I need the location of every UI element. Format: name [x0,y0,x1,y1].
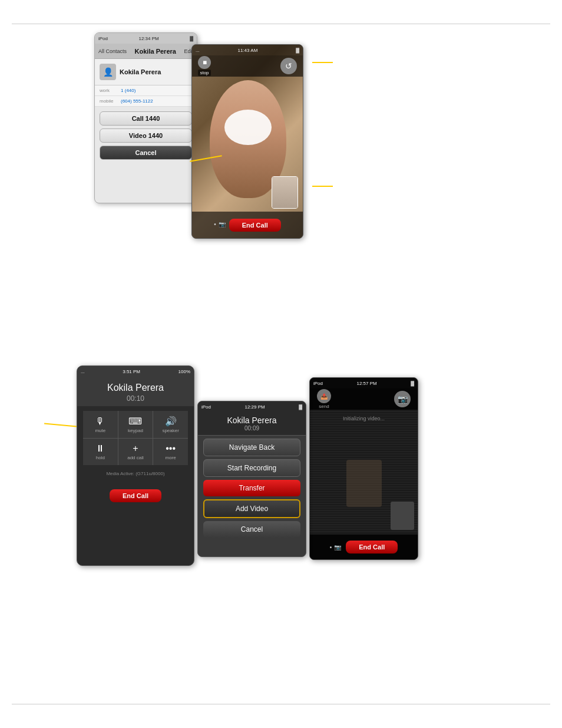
bottom-divider [12,704,550,704]
video2-battery: ▓ [411,381,414,386]
add-call-button[interactable]: + add call [118,439,153,465]
video-status-left: ... [196,48,200,53]
row2-screenshots: ... 3:51 PM 100% Kokila Perera 00:10 🎙 m… [77,365,418,566]
navigate-back-button[interactable]: Navigate Back [203,439,300,456]
video2-status-center: 12:57 PM [356,381,376,386]
add-video-button[interactable]: Add Video [203,499,300,518]
start-recording-button[interactable]: Start Recording [203,459,300,477]
annotation-flip-camera [303,61,303,62]
video2-top-controls: 📤 send 📷 [310,388,418,410]
send-label: send [319,404,329,409]
call-1440-button[interactable]: Call 1440 [100,111,192,126]
back-link[interactable]: All Contacts [98,48,127,54]
mobile-value[interactable]: (604) 555-1122 [121,98,153,104]
end-call-button[interactable]: End Call [229,219,281,232]
mm-duration: 00:09 [198,425,306,431]
more-button[interactable]: ••• more [153,439,188,465]
transfer-button[interactable]: Transfer [203,480,300,496]
call-end-button[interactable]: End Call [110,489,161,502]
mm-status-left: iPod [201,404,211,410]
video-status-bar: ... 11:43 AM ▓ [192,45,303,55]
work-label: work [100,88,118,93]
video-battery: ▓ [296,48,299,53]
add-call-icon: + [133,443,138,454]
more-cancel-button[interactable]: Cancel [203,521,300,538]
call-status-left: ... [81,369,85,374]
hold-icon: ⏸ [95,443,105,454]
video2-bottom-controls: • 📷 End Call [310,535,418,559]
keypad-button[interactable]: ⌨ keypad [118,411,153,438]
video-init-screen: iPod 12:57 PM ▓ 📤 send 📷 Initializing vi… [309,377,418,560]
hold-button[interactable]: ⏸ hold [83,439,118,465]
call-status-bar: ... 3:51 PM 100% [77,366,194,377]
selfview2 [391,502,414,530]
status-left: iPod [98,36,108,41]
nav-title: Kokila Perera [135,48,176,55]
mobile-field: mobile (604) 555-1122 [95,96,197,107]
mute-icon: 🎙 [95,416,105,427]
mobile-label: mobile [100,98,118,104]
contact-status-bar: iPod 12:34 PM ▓ [95,33,197,44]
call-bottom-area: End Call [77,483,194,508]
mm-status-bar: iPod 12:29 PM ▓ [198,401,306,412]
video-bottom-controls: • 📷 End Call [192,212,303,238]
caller-name: Kokila Perera [77,383,194,393]
keypad-icon: ⌨ [128,416,142,427]
call-battery: 100% [178,369,190,374]
speaker-icon: 🔊 [165,416,177,427]
send-button-area[interactable]: 📤 send [317,389,331,409]
annotation-mid-right [312,186,333,187]
battery-icon: ▓ [190,36,193,41]
mm-status-center: 12:29 PM [244,404,265,410]
stop-record-icon[interactable]: ⏹ [198,56,211,69]
action-buttons: Call 1440 Video 1440 Cancel [95,107,197,164]
contact-name: Kokila Perera [120,68,161,75]
work-field: work 1 (440) [95,85,197,96]
hold-label: hold [96,455,105,460]
more-label: more [166,455,176,460]
contact-screen: iPod 12:34 PM ▓ All Contacts Kokila Pere… [94,32,197,203]
video-call-screen: ... 11:43 AM ▓ ⏹ stop ↺ • [191,44,303,239]
annotation-left-arrow [44,423,77,427]
initializing-text: Initializing video... [343,416,385,421]
video2-status-bar: iPod 12:57 PM ▓ [310,378,418,388]
self-view-thumbnail[interactable] [272,176,298,209]
work-value[interactable]: 1 (440) [121,88,135,93]
more-icon: ••• [166,443,176,454]
stop-label: stop [198,70,210,76]
more-menu-screen: iPod 12:29 PM ▓ Kokila Perera 00:09 Navi… [197,401,306,557]
mute-label: mute [95,428,105,433]
top-divider [12,24,550,24]
annotation-top-right [312,62,333,63]
media-info: Media Active: (G711u/8000) [77,470,194,477]
video2-end-call[interactable]: End Call [346,541,398,554]
video2-status-left: iPod [313,381,323,386]
video-status-center: 11:43 AM [238,48,258,53]
status-center: 12:34 PM [138,36,158,41]
contact-info: 👤 Kokila Perera [95,59,197,85]
mm-battery: ▓ [299,404,302,410]
add-call-label: add call [127,455,144,460]
flip-camera-icon[interactable]: ↺ [280,58,297,74]
call-buttons-grid: 🎙 mute ⌨ keypad 🔊 speaker ⏸ hold + add c… [83,411,188,465]
call-header: Kokila Perera 00:10 [77,377,194,406]
avatar: 👤 [100,64,116,80]
keypad-label: keypad [128,428,143,433]
annotation-duration [77,407,77,409]
call-duration: 00:10 [77,394,194,403]
contact-nav-bar: All Contacts Kokila Perera Edit [95,44,197,59]
speaker-button[interactable]: 🔊 speaker [153,411,188,438]
mm-header: Kokila Perera 00:09 [198,412,306,436]
mm-caller-name: Kokila Perera [198,416,306,425]
annotation-selfview [303,196,303,197]
video-controls-top: ⏹ stop ↺ [192,55,303,77]
mute-button[interactable]: 🎙 mute [83,411,118,438]
speaker-label: speaker [162,428,178,433]
camera-button[interactable]: 📷 [394,391,411,407]
video-1440-button[interactable]: Video 1440 [100,129,192,143]
cancel-button[interactable]: Cancel [100,146,192,160]
row1-screenshots: iPod 12:34 PM ▓ All Contacts Kokila Pere… [94,32,303,239]
call-status-center: 3:51 PM [123,369,140,374]
active-call-screen: ... 3:51 PM 100% Kokila Perera 00:10 🎙 m… [77,365,194,566]
